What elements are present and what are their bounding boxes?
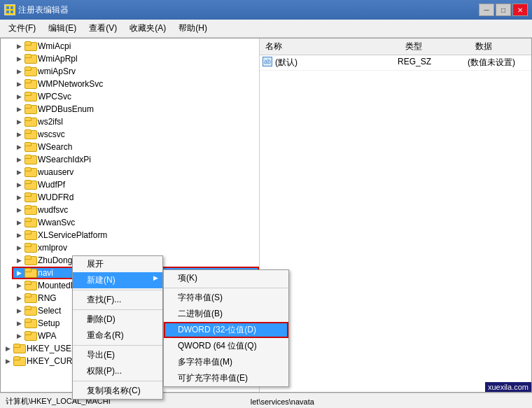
folder-icon xyxy=(24,331,36,341)
expand-arrow: ▶ xyxy=(15,168,23,176)
tree-item[interactable]: ▶ WUDFRd xyxy=(12,191,259,204)
tree-item[interactable]: ▶ XLServicePlatform xyxy=(12,229,259,241)
ctx-permission[interactable]: 权限(P)... xyxy=(73,363,162,379)
menu-help[interactable]: 帮助(H) xyxy=(173,21,213,36)
ctx-expand[interactable]: 展开 xyxy=(73,256,162,272)
tree-item[interactable]: ▶ WmiApRpl xyxy=(12,52,259,65)
svg-rect-3 xyxy=(10,10,13,13)
folder-icon xyxy=(24,104,36,114)
sub-ctx-string[interactable]: 字符串值(S) xyxy=(164,290,288,306)
ctx-copy-name[interactable]: 复制项名称(C) xyxy=(73,383,162,399)
folder-icon xyxy=(24,66,36,76)
folder-icon xyxy=(24,92,36,101)
folder-icon xyxy=(24,218,36,227)
folder-icon xyxy=(13,344,24,353)
folder-icon xyxy=(24,180,36,190)
title-bar-left: 注册表编辑器 xyxy=(4,4,69,16)
expand-arrow: ▶ xyxy=(15,67,23,76)
reg-type: REG_SZ xyxy=(398,57,468,69)
expand-arrow: ▶ xyxy=(15,130,23,139)
tree-item[interactable]: ▶ WmiAcpi xyxy=(12,40,259,52)
menu-file[interactable]: 文件(F) xyxy=(3,21,41,36)
tree-label: wscsvc xyxy=(38,129,65,139)
expand-arrow: ▶ xyxy=(15,294,23,302)
close-button[interactable]: ✕ xyxy=(512,3,528,16)
registry-row[interactable]: ab (默认) REG_SZ (数值未设置) xyxy=(260,55,531,71)
folder-icon xyxy=(24,230,36,240)
tree-label: wudfsvc xyxy=(38,205,68,215)
registry-icon: ab xyxy=(262,57,272,66)
ctx-export[interactable]: 导出(E) xyxy=(73,347,162,363)
sub-ctx-dword[interactable]: DWORD (32-位值(D) xyxy=(164,322,288,338)
expand-arrow: ▶ xyxy=(15,181,23,189)
folder-icon xyxy=(24,79,36,89)
folder-icon xyxy=(24,281,36,290)
expand-arrow: ▶ xyxy=(4,344,12,353)
tree-item[interactable]: ▶ wuauserv xyxy=(12,166,259,178)
tree-item[interactable]: ▶ WSearch xyxy=(12,141,259,153)
folder-icon xyxy=(24,167,36,177)
expand-arrow: ▶ xyxy=(15,105,23,113)
column-header-type: 类型 xyxy=(402,40,472,53)
tree-item[interactable]: ▶ WwanSvc xyxy=(12,216,259,229)
expand-arrow: ▶ xyxy=(15,80,23,88)
column-header-data: 数据 xyxy=(472,40,528,53)
reg-name: (默认) xyxy=(275,57,398,69)
watermark: xuexila.com xyxy=(485,382,531,392)
tree-item[interactable]: ▶ WPCSvc xyxy=(12,90,259,103)
ctx-separator xyxy=(73,381,162,381)
tree-item[interactable]: ▶ xmlprov xyxy=(12,241,259,254)
sub-ctx-expandstring[interactable]: 可扩充字符串值(E) xyxy=(164,370,288,386)
content-panel: 名称 类型 数据 ab (默认) REG_SZ (数值未设置) xyxy=(260,38,531,392)
tree-item[interactable]: ▶ ws2ifsl xyxy=(12,115,259,128)
tree-item[interactable]: ▶ wscsvc xyxy=(12,128,259,141)
menu-favorites[interactable]: 收藏夹(A) xyxy=(124,21,172,36)
expand-arrow: ▶ xyxy=(15,143,23,151)
folder-icon xyxy=(24,318,36,328)
title-bar-buttons: ─ □ ✕ xyxy=(479,3,528,16)
menu-bar: 文件(F) 编辑(E) 查看(V) 收藏夹(A) 帮助(H) xyxy=(0,20,532,38)
svg-rect-1 xyxy=(10,6,13,9)
expand-arrow: ▶ xyxy=(15,155,23,164)
tree-item[interactable]: ▶ wmiApSrv xyxy=(12,65,259,78)
expand-arrow: ▶ xyxy=(15,218,23,227)
tree-label: Select xyxy=(38,306,61,316)
sub-ctx-item[interactable]: 项(K) xyxy=(164,270,288,286)
tree-item[interactable]: ▶ WSearchIdxPi xyxy=(12,153,259,166)
expand-arrow: ▶ xyxy=(15,92,23,101)
folder-icon xyxy=(24,155,36,164)
tree-label: WUDFRd xyxy=(38,192,74,202)
tree-label: RNG xyxy=(38,293,57,303)
tree-label: wuauserv xyxy=(38,167,74,177)
tree-label: wmiApSrv xyxy=(38,66,76,76)
folder-icon xyxy=(24,192,36,202)
maximize-button[interactable]: □ xyxy=(496,3,511,16)
expand-arrow: ▶ xyxy=(15,281,23,290)
tree-item[interactable]: ▶ WPDBusEnum xyxy=(12,103,259,115)
tree-label: MountedD xyxy=(38,281,76,290)
tree-item[interactable]: ▶ wudfsvc xyxy=(12,204,259,216)
menu-edit[interactable]: 编辑(E) xyxy=(43,21,82,36)
sub-ctx-multistring[interactable]: 多字符串值(M) xyxy=(164,354,288,370)
folder-icon xyxy=(24,243,36,253)
expand-arrow: ▶ xyxy=(15,319,23,328)
expand-arrow: ▶ xyxy=(15,231,23,239)
minimize-button[interactable]: ─ xyxy=(479,3,494,16)
ctx-new[interactable]: 新建(N) xyxy=(73,272,162,288)
sub-ctx-binary[interactable]: 二进制值(B) xyxy=(164,306,288,322)
ctx-separator xyxy=(73,309,162,310)
expand-arrow: ▶ xyxy=(15,118,23,126)
tree-label: WmiAcpi xyxy=(38,41,71,51)
ctx-rename[interactable]: 重命名(R) xyxy=(73,328,162,344)
tree-item[interactable]: ▶ WMPNetworkSvc xyxy=(12,78,259,90)
sub-ctx-qword[interactable]: QWORD (64 位值(Q) xyxy=(164,338,288,354)
ctx-find[interactable]: 查找(F)... xyxy=(73,292,162,308)
folder-icon xyxy=(24,306,36,316)
menu-view[interactable]: 查看(V) xyxy=(83,21,122,36)
tree-item[interactable]: ▶ WudfPf xyxy=(12,178,259,191)
expand-arrow: ▶ xyxy=(15,55,23,63)
ctx-delete[interactable]: 删除(D) xyxy=(73,311,162,328)
window-title: 注册表编辑器 xyxy=(18,4,69,16)
svg-rect-0 xyxy=(6,6,9,9)
folder-icon xyxy=(24,268,36,278)
